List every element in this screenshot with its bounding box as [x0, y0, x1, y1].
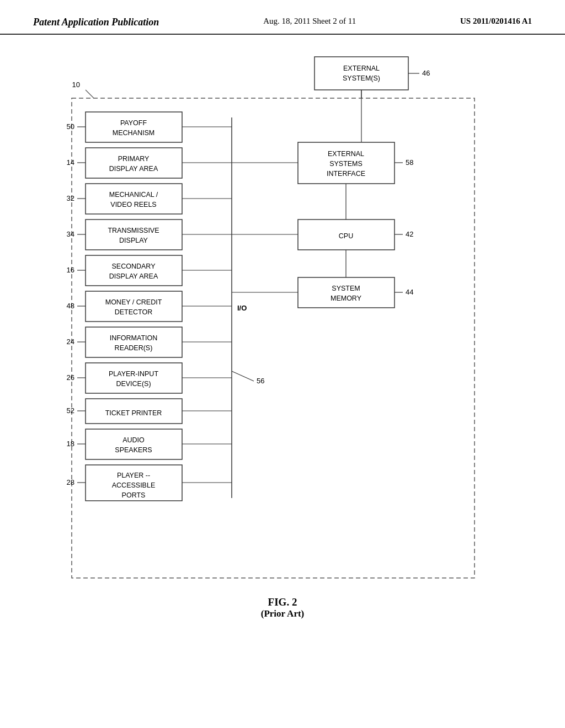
svg-text:56: 56 [257, 377, 264, 385]
svg-text:50: 50 [67, 122, 74, 131]
svg-text:VIDEO  REELS: VIDEO REELS [110, 201, 156, 208]
svg-text:ACCESSIBLE: ACCESSIBLE [112, 481, 156, 489]
svg-rect-29 [86, 255, 182, 286]
svg-text:I/O: I/O [237, 304, 247, 312]
svg-text:DISPLAY AREA: DISPLAY AREA [109, 272, 158, 280]
svg-text:MECHANISM: MECHANISM [113, 129, 154, 137]
header-left: Patent Application Publication [33, 17, 159, 28]
svg-line-77 [232, 371, 254, 381]
svg-text:58: 58 [406, 158, 413, 167]
svg-text:28: 28 [67, 478, 74, 486]
svg-text:16: 16 [67, 266, 74, 274]
svg-text:MEMORY: MEMORY [331, 295, 362, 302]
svg-text:READER(S): READER(S) [115, 344, 153, 352]
svg-text:34: 34 [67, 230, 74, 238]
fig-label: FIG. 2 [261, 596, 305, 608]
svg-rect-89 [298, 277, 395, 308]
svg-text:INTERFACE: INTERFACE [327, 170, 365, 178]
svg-line-1 [86, 90, 94, 98]
svg-text:DISPLAY AREA: DISPLAY AREA [109, 165, 158, 173]
svg-rect-9 [86, 112, 182, 142]
svg-text:SYSTEMS: SYSTEMS [329, 160, 363, 168]
header-right: US 2011/0201416 A1 [460, 17, 532, 26]
svg-text:52: 52 [67, 406, 74, 415]
svg-text:PRIMARY: PRIMARY [118, 155, 150, 163]
svg-text:AUDIO: AUDIO [122, 436, 145, 444]
svg-text:46: 46 [422, 69, 430, 77]
figure-caption: FIG. 2 (Prior Art) [261, 596, 305, 619]
svg-text:PORTS: PORTS [122, 491, 146, 499]
svg-text:42: 42 [406, 230, 413, 238]
svg-text:DETECTOR: DETECTOR [115, 308, 153, 316]
svg-text:44: 44 [406, 288, 413, 296]
svg-rect-44 [86, 363, 182, 393]
svg-text:TRANSMISSIVE: TRANSMISSIVE [108, 227, 159, 234]
svg-text:PLAYER --: PLAYER -- [117, 472, 150, 479]
svg-text:SPEAKERS: SPEAKERS [115, 446, 152, 454]
svg-rect-53 [86, 429, 182, 459]
svg-text:10: 10 [72, 81, 80, 89]
svg-text:TICKET PRINTER: TICKET PRINTER [105, 409, 162, 417]
page-header: Patent Application Publication Aug. 18, … [0, 0, 565, 35]
svg-text:DEVICE(S): DEVICE(S) [116, 380, 151, 388]
svg-text:SYSTEM: SYSTEM [332, 285, 360, 292]
svg-text:14: 14 [67, 158, 74, 167]
svg-text:INFORMATION: INFORMATION [110, 334, 158, 342]
svg-text:24: 24 [67, 338, 74, 346]
svg-rect-39 [86, 327, 182, 357]
svg-rect-3 [315, 57, 408, 90]
svg-text:18: 18 [67, 440, 74, 448]
svg-text:MONEY / CREDIT: MONEY / CREDIT [105, 298, 162, 306]
svg-text:SECONDARY: SECONDARY [112, 263, 156, 270]
svg-text:EXTERNAL: EXTERNAL [328, 150, 364, 158]
svg-rect-34 [86, 291, 182, 322]
svg-text:SYSTEM(S): SYSTEM(S) [343, 74, 380, 82]
svg-text:EXTERNAL: EXTERNAL [343, 65, 380, 72]
svg-text:PLAYER-INPUT: PLAYER-INPUT [109, 370, 158, 378]
svg-text:MECHANICAL /: MECHANICAL / [109, 191, 158, 199]
svg-text:PAYOFF: PAYOFF [120, 119, 147, 127]
header-center: Aug. 18, 2011 Sheet 2 of 11 [263, 17, 356, 26]
svg-text:32: 32 [67, 194, 74, 202]
svg-text:CPU: CPU [339, 232, 353, 240]
fig-sublabel: (Prior Art) [261, 608, 305, 619]
svg-rect-24 [86, 220, 182, 250]
svg-text:26: 26 [67, 373, 74, 382]
svg-text:48: 48 [67, 302, 74, 310]
svg-text:DISPLAY: DISPLAY [119, 237, 148, 244]
diagram-area: text { font-family: Arial, sans-serif; f… [0, 35, 565, 652]
svg-rect-14 [86, 148, 182, 178]
svg-rect-19 [86, 184, 182, 214]
